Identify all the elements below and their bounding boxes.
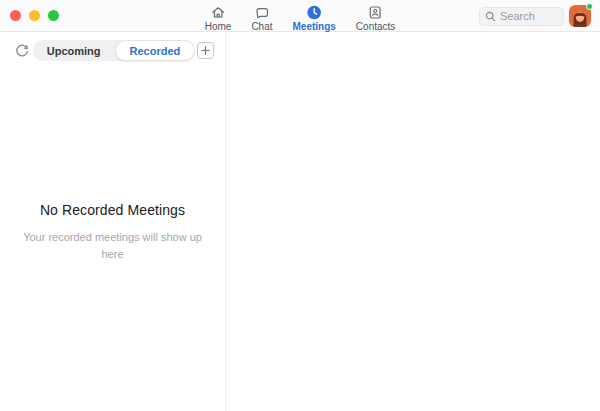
- tab-upcoming[interactable]: Upcoming: [33, 40, 115, 61]
- search-icon: [485, 11, 496, 22]
- close-window-button[interactable]: [10, 10, 21, 21]
- nav-tab-home[interactable]: Home: [205, 4, 232, 32]
- minimize-window-button[interactable]: [29, 10, 40, 21]
- zoom-window-button[interactable]: [48, 10, 59, 21]
- tab-upcoming-label: Upcoming: [47, 45, 101, 57]
- contact-card-icon: [367, 4, 384, 21]
- nav-tab-contacts[interactable]: Contacts: [356, 4, 395, 32]
- nav-tab-chat[interactable]: Chat: [251, 4, 272, 32]
- titlebar: Home Chat Meetings: [0, 0, 600, 32]
- tab-recorded-label: Recorded: [130, 45, 181, 57]
- main-nav: Home Chat Meetings: [205, 0, 396, 32]
- chat-bubble-icon: [253, 4, 270, 21]
- online-status-dot: [586, 3, 593, 10]
- add-meeting-button[interactable]: [197, 42, 214, 59]
- meetings-list-panel: Upcoming Recorded No Recorded Meetings: [0, 32, 226, 411]
- tab-recorded[interactable]: Recorded: [115, 40, 196, 61]
- zoom-app-window: Home Chat Meetings: [0, 0, 600, 411]
- home-icon: [210, 4, 227, 21]
- empty-state-title: No Recorded Meetings: [0, 202, 225, 218]
- empty-state: No Recorded Meetings Your recorded meeti…: [0, 202, 225, 262]
- nav-label-meetings: Meetings: [293, 22, 336, 32]
- profile-avatar[interactable]: [569, 5, 591, 27]
- meeting-detail-pane: [226, 32, 600, 411]
- empty-state-subtitle: Your recorded meetings will show up here: [20, 229, 206, 262]
- meetings-panel-toolbar: Upcoming Recorded: [0, 32, 225, 61]
- search-field[interactable]: [479, 7, 564, 26]
- meetings-tab-switcher: Upcoming Recorded: [33, 40, 196, 61]
- refresh-icon: [15, 44, 29, 58]
- nav-label-chat: Chat: [251, 22, 272, 32]
- window-controls: [10, 10, 59, 21]
- nav-tab-meetings[interactable]: Meetings: [293, 4, 336, 32]
- refresh-button[interactable]: [13, 42, 31, 60]
- titlebar-right-group: [479, 0, 591, 32]
- clock-icon: [306, 4, 323, 21]
- plus-icon: [201, 46, 210, 55]
- search-input[interactable]: [500, 10, 558, 22]
- nav-label-contacts: Contacts: [356, 22, 395, 32]
- nav-label-home: Home: [205, 22, 232, 32]
- content-area: Upcoming Recorded No Recorded Meetings: [0, 32, 600, 411]
